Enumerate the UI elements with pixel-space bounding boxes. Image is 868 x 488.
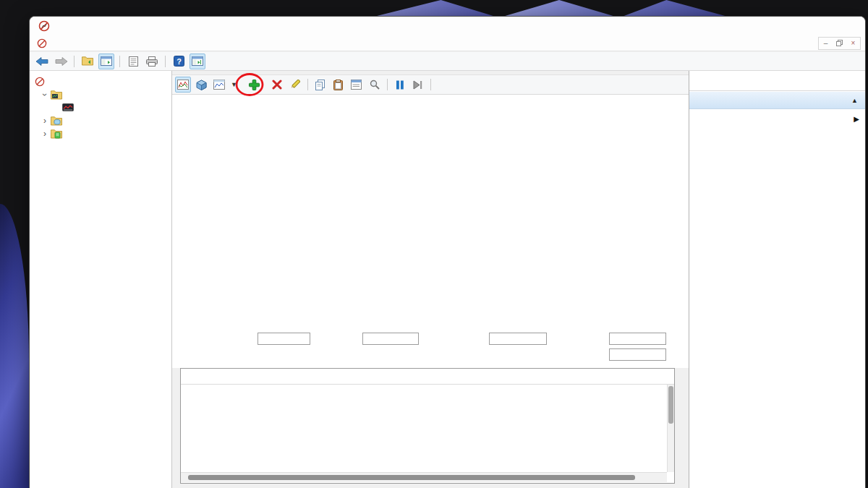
- performance-monitor-window: – × ?: [29, 16, 866, 488]
- perfmon-view: ▼: [172, 71, 689, 488]
- horizontal-scrollbar-thumb[interactable]: [188, 475, 635, 480]
- chevron-collapsed-icon[interactable]: ›: [40, 116, 50, 126]
- toolbar-separator: [165, 56, 166, 67]
- help-icon[interactable]: ?: [171, 53, 187, 69]
- submenu-arrow-icon: ▶: [854, 115, 859, 123]
- menu-view[interactable]: [73, 35, 86, 51]
- menubar: – ×: [30, 35, 865, 51]
- vertical-scrollbar-thumb[interactable]: [668, 386, 673, 424]
- toolbar-separator: [387, 79, 388, 90]
- more-actions-item[interactable]: ▶: [689, 110, 865, 127]
- counter-table: [180, 368, 675, 484]
- freeze-display-icon[interactable]: [392, 77, 408, 93]
- chart-region: [172, 95, 689, 368]
- menu-help[interactable]: [99, 35, 112, 51]
- change-graph-type-icon[interactable]: [211, 77, 227, 93]
- tree-item-monitoring-tools[interactable]: ›: [30, 88, 171, 101]
- mdi-restore-button[interactable]: [833, 38, 846, 49]
- data-collector-sets-folder-icon: [50, 116, 62, 126]
- vertical-scrollbar[interactable]: [667, 385, 674, 472]
- graph-toolbar: ▼: [172, 74, 689, 95]
- mdi-minimize-button[interactable]: –: [819, 38, 833, 49]
- zoom-icon[interactable]: [367, 77, 383, 93]
- maximize-button[interactable]: [799, 17, 832, 35]
- counter-table-header: [181, 369, 674, 385]
- mdi-window-controls: – ×: [818, 37, 861, 50]
- collapse-arrow-icon[interactable]: ▲: [851, 97, 858, 104]
- monitoring-tools-folder-icon: [50, 90, 62, 100]
- close-button[interactable]: [832, 17, 865, 35]
- reports-folder-icon: [50, 129, 62, 139]
- tree-root-performance[interactable]: [30, 75, 171, 88]
- titlebar: [30, 17, 865, 35]
- maximum-value: [609, 333, 666, 345]
- tree-item-performance-monitor[interactable]: [30, 101, 171, 114]
- actions-pane: ▲ ▶: [689, 71, 865, 488]
- new-window-icon[interactable]: [190, 53, 205, 69]
- desktop: { "desktop": { "watermark": "©pctips.com…: [0, 0, 868, 488]
- minimum-value: [489, 333, 547, 345]
- highlight-icon[interactable]: [287, 77, 303, 93]
- console-tree: › › ›: [30, 71, 172, 488]
- performance-monitor-icon: [61, 103, 74, 112]
- back-button[interactable]: [34, 53, 50, 69]
- mdi-close-button[interactable]: ×: [846, 38, 860, 49]
- perfmon-root-icon: [33, 77, 46, 87]
- performance-chart: [208, 107, 654, 304]
- menu-action[interactable]: [60, 35, 73, 51]
- perfmon-menu-icon: [37, 38, 47, 48]
- main-toolbar: ?: [30, 52, 865, 71]
- toolbar-separator: [119, 56, 120, 67]
- tree-item-data-collector-sets[interactable]: ›: [30, 114, 171, 127]
- duration-value: [609, 348, 666, 361]
- add-counter-icon[interactable]: [247, 77, 263, 93]
- copy-properties-icon[interactable]: [312, 77, 328, 93]
- toolbar-separator: [430, 79, 431, 90]
- actions-title: [689, 74, 865, 91]
- properties-window-icon[interactable]: [349, 77, 365, 93]
- toolbar-separator: [307, 79, 308, 90]
- graph-type-dropdown-caret[interactable]: ▼: [231, 81, 237, 88]
- chevron-expanded-icon[interactable]: ›: [40, 90, 50, 100]
- minimize-button[interactable]: [765, 17, 799, 35]
- average-value: [362, 333, 419, 345]
- show-console-tree-icon[interactable]: [98, 53, 114, 69]
- delete-counter-icon[interactable]: [269, 77, 285, 93]
- forward-button[interactable]: [53, 53, 69, 69]
- tree-item-reports[interactable]: ›: [30, 127, 171, 140]
- print-icon[interactable]: [144, 53, 160, 69]
- wallpaper-bloom: [0, 204, 29, 488]
- horizontal-scrollbar[interactable]: [181, 472, 667, 482]
- perfmon-app-icon: [38, 20, 50, 32]
- view-current-activity-icon[interactable]: [175, 77, 191, 93]
- last-value: [258, 333, 310, 345]
- menu-window[interactable]: [86, 35, 99, 51]
- update-data-icon[interactable]: [410, 77, 426, 93]
- menu-file[interactable]: [47, 35, 60, 51]
- export-icon[interactable]: [80, 53, 95, 69]
- svg-text:?: ?: [176, 57, 182, 66]
- properties-icon[interactable]: [125, 53, 141, 69]
- chevron-collapsed-icon[interactable]: ›: [40, 129, 50, 139]
- actions-group-performance-monitor[interactable]: ▲: [689, 92, 865, 109]
- view-log-data-icon[interactable]: [193, 77, 209, 93]
- paste-counter-list-icon[interactable]: [331, 77, 346, 93]
- toolbar-separator: [74, 56, 75, 67]
